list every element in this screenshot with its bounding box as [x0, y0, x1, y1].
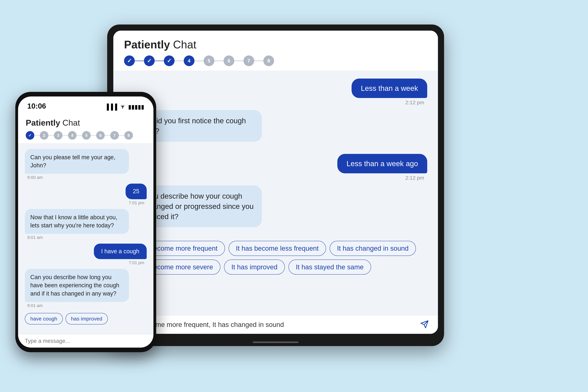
- tablet-home-bar: [253, 342, 298, 343]
- phone-msg-row-bot-1: Can you please tell me your age, John? 9…: [25, 149, 147, 180]
- option-pill-3[interactable]: It has changed in sound: [330, 241, 416, 256]
- tablet-header: Patiently Chat 4 5 6 7: [113, 31, 438, 71]
- connector-5: [214, 61, 224, 61]
- phone-msg-time-2: 7:01 pm: [126, 200, 147, 205]
- phone-header: Patiently Chat 2 3 4 5 6 7 8: [18, 113, 154, 144]
- step-4[interactable]: 4: [184, 56, 194, 66]
- msg-bubble-user-1: Less than a week: [352, 78, 427, 98]
- phone-step-5[interactable]: 5: [82, 131, 91, 140]
- phone-screen: 10:06 ▐▐▐ ▮▮▮▮▮ Patiently Chat: [18, 96, 154, 348]
- tablet-device: Patiently Chat 4 5 6 7: [107, 24, 444, 346]
- connector-3: [174, 61, 184, 61]
- phone-conn-7: [119, 135, 124, 136]
- tablet-chat-container: Patiently Chat 4 5 6 7: [113, 31, 438, 334]
- tablet-send-button[interactable]: [420, 320, 429, 329]
- phone-step-6[interactable]: 6: [96, 131, 105, 140]
- msg-row-bot-2: Can you describe how your cough has chan…: [124, 186, 427, 235]
- signal-icon: ▐▐▐: [105, 104, 117, 110]
- phone-msg-bubble-user-1: 25: [126, 184, 147, 199]
- svg-point-2: [122, 108, 123, 109]
- wifi-icon: [120, 104, 126, 110]
- phone-conn-5: [91, 135, 96, 136]
- phone-msg-time-5: 9:01 am: [25, 303, 45, 308]
- phone-msg-row-user-1: 25 7:01 pm: [25, 184, 147, 205]
- step-8[interactable]: 8: [264, 56, 274, 66]
- step-1[interactable]: [124, 56, 135, 66]
- step-7[interactable]: 7: [244, 56, 254, 66]
- phone-steps: 2 3 4 5 6 7 8: [26, 131, 146, 140]
- phone-msg-row-bot-2: Now that I know a little about you, lets…: [25, 209, 147, 240]
- phone-step-3[interactable]: 3: [54, 131, 62, 140]
- phone-option-pill-2[interactable]: has improved: [66, 313, 108, 324]
- option-pill-5[interactable]: It has improved: [224, 260, 285, 274]
- phone-input-bar: [18, 334, 154, 348]
- tablet-input-bar: [113, 315, 438, 334]
- phone-conn-3: [62, 135, 68, 136]
- tablet-option-pills: It has become more frequent It has becom…: [124, 241, 427, 274]
- phone-msg-bubble-user-2: I have a cough: [94, 244, 147, 259]
- phone-step-8[interactable]: 8: [124, 131, 133, 140]
- option-pill-6[interactable]: It has stayed the same: [288, 260, 371, 274]
- phone-step-4[interactable]: 4: [68, 131, 76, 140]
- msg-time-3: 2:12 pm: [402, 175, 427, 181]
- connector-1: [135, 61, 144, 61]
- option-pill-2[interactable]: It has become less frequent: [228, 241, 326, 256]
- step-2[interactable]: [144, 56, 155, 66]
- phone-status-bar: 10:06 ▐▐▐ ▮▮▮▮▮: [18, 96, 154, 113]
- phone-title-regular: Chat: [60, 118, 80, 127]
- tablet-message-input[interactable]: [122, 321, 416, 328]
- phone-step-7[interactable]: 7: [110, 131, 119, 140]
- phone-messages-area: Can you please tell me your age, John? 9…: [18, 144, 154, 334]
- msg-bubble-user-2: Less than a week ago: [337, 154, 427, 173]
- connector-6: [234, 61, 244, 61]
- tablet-messages-area: Less than a week 2:12 pm When did you fi…: [113, 71, 438, 315]
- phone-msg-bubble-bot-1: Can you please tell me your age, John?: [25, 149, 129, 174]
- phone-msg-time-1: 9:00 am: [25, 175, 45, 180]
- step-3[interactable]: [164, 56, 174, 66]
- tablet-screen: Patiently Chat 4 5 6 7: [113, 31, 438, 334]
- phone-message-input[interactable]: [25, 338, 147, 344]
- step-5[interactable]: 5: [204, 56, 214, 66]
- connector-4: [194, 61, 204, 61]
- step-6[interactable]: 6: [224, 56, 234, 66]
- phone-conn-6: [105, 135, 110, 136]
- connector-2: [155, 61, 164, 61]
- phone-status-icons: ▐▐▐ ▮▮▮▮▮: [105, 104, 144, 110]
- tablet-steps: 4 5 6 7 8: [124, 56, 427, 66]
- phone-device: 10:06 ▐▐▐ ▮▮▮▮▮ Patiently Chat: [15, 92, 156, 352]
- phone-step-1[interactable]: [26, 131, 34, 140]
- phone-msg-row-bot-3: Can you describe how long you have been …: [25, 269, 147, 308]
- phone-step-2[interactable]: 2: [40, 131, 48, 140]
- phone-msg-row-user-2: I have a cough 7:01 pm: [25, 244, 147, 265]
- msg-time-1: 2:12 pm: [402, 100, 427, 106]
- phone-option-pills: have cough has improved: [25, 313, 147, 324]
- phone-msg-bubble-bot-3: Can you describe how long you have been …: [25, 269, 129, 302]
- msg-row-user-1: Less than a week 2:12 pm: [124, 78, 427, 106]
- phone-msg-bubble-bot-2: Now that I know a little about you, lets…: [25, 209, 129, 234]
- phone-option-pill-1[interactable]: have cough: [25, 313, 63, 324]
- phone-msg-time-3: 9:01 am: [25, 235, 45, 240]
- msg-row-user-2: Less than a week ago 2:12 pm: [124, 154, 427, 181]
- connector-7: [254, 61, 264, 61]
- battery-icon: ▮▮▮▮▮: [128, 104, 144, 110]
- phone-conn-2: [48, 135, 54, 136]
- phone-conn-1: [34, 135, 40, 136]
- tablet-title-bold: Patiently: [124, 38, 170, 51]
- tablet-title-regular: Chat: [170, 38, 196, 51]
- phone-clock: 10:06: [27, 102, 46, 110]
- phone-app-title: Patiently Chat: [26, 118, 146, 128]
- phone-title-bold: Patiently: [26, 118, 60, 127]
- phone-conn-4: [76, 135, 82, 136]
- tablet-app-title: Patiently Chat: [124, 38, 427, 51]
- msg-row-bot-1: When did you first notice the cough star…: [124, 110, 427, 149]
- phone-msg-time-4: 7:01 pm: [126, 260, 147, 265]
